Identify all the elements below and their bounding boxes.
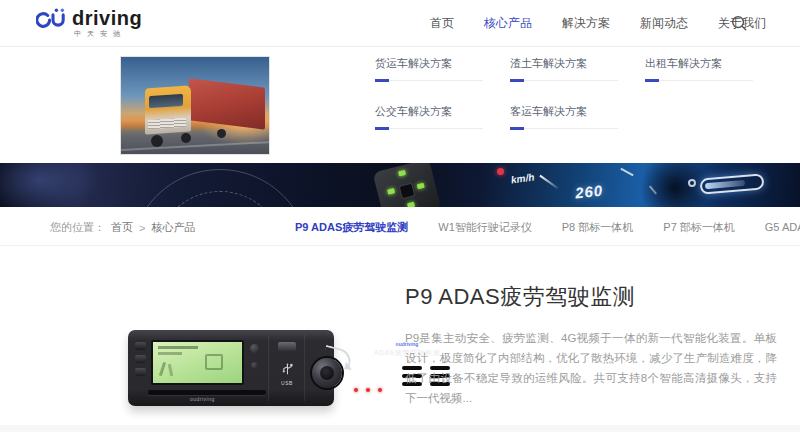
- link-underline: [510, 128, 618, 129]
- device-divider: [304, 335, 305, 401]
- tab-p7-terminal[interactable]: P7 部标一体机: [663, 220, 735, 235]
- truck-windshield: [149, 94, 183, 108]
- device-divider: [268, 335, 269, 401]
- device-lcd-screen: [151, 340, 244, 385]
- page: driving 中天安驰 首页 核心产品 解决方案 新闻动态 关于我们: [0, 0, 800, 432]
- device-leds: [354, 388, 382, 392]
- product-image-device: oudriving USB oudriving ADAS疲劳驾驶检测: [128, 330, 334, 406]
- link-label: 货运车解决方案: [375, 56, 510, 71]
- link-freight-solution[interactable]: 货运车解决方案: [375, 56, 510, 104]
- product-section: oudriving USB oudriving ADAS疲劳驾驶检测 P9 AD…: [0, 246, 800, 425]
- logo-word: driving: [72, 7, 142, 29]
- product-tabs: P9 ADAS疲劳驾驶监测 W1智能行驶记录仪 P8 部标一体机 P7 部标一体…: [295, 220, 800, 235]
- device-port: [278, 342, 296, 351]
- breadcrumb-prefix: 您的位置：: [50, 220, 105, 235]
- dashboard-red-light: [497, 168, 504, 175]
- truck-wheel: [151, 135, 163, 147]
- truck-wheel: [217, 129, 226, 138]
- product-title: P9 ADAS疲劳驾驶监测: [405, 282, 777, 312]
- solution-links: 货运车解决方案 渣土车解决方案 出租车解决方案 公交车解决方案 客运车解决方案: [375, 56, 780, 152]
- gauge-tick: [620, 168, 633, 176]
- link-underline: [375, 128, 483, 129]
- tab-g5-adas[interactable]: G5 ADAS疲劳驾驶监测: [765, 220, 800, 235]
- main-nav: 首页 核心产品 解决方案 新闻动态 关于我们: [430, 0, 766, 47]
- search-icon[interactable]: [730, 14, 748, 32]
- device-brand-small: oudriving: [190, 396, 215, 402]
- kmh-unit: km/h: [510, 171, 535, 185]
- tab-p8-terminal[interactable]: P8 部标一体机: [562, 220, 634, 235]
- logo-subtitle: 中天安驰: [74, 29, 142, 39]
- link-label: 客运车解决方案: [510, 104, 645, 119]
- tab-w1-recorder[interactable]: W1智能行驶记录仪: [438, 220, 532, 235]
- breadcrumb-home[interactable]: 首页: [111, 220, 133, 235]
- link-passenger-solution[interactable]: 客运车解决方案: [510, 104, 645, 152]
- logo-icon: [36, 7, 70, 33]
- link-underline: [510, 80, 618, 81]
- logo[interactable]: driving 中天安驰: [36, 7, 142, 39]
- next-section-edge: [0, 425, 800, 432]
- logo-text: driving 中天安驰: [72, 7, 142, 39]
- breadcrumb: 您的位置： 首页 > 核心产品: [50, 220, 195, 235]
- usb-icon: USB: [279, 362, 295, 384]
- header: driving 中天安驰 首页 核心产品 解决方案 新闻动态 关于我们: [0, 0, 800, 47]
- breadcrumb-current[interactable]: 核心产品: [151, 220, 195, 235]
- mega-menu: 货运车解决方案 渣土车解决方案 出租车解决方案 公交车解决方案 客运车解决方案: [0, 48, 800, 163]
- device-card-slot: [148, 390, 266, 395]
- device-round-button: [251, 362, 258, 369]
- usb-label: USB: [279, 380, 295, 386]
- hero-bokeh: [0, 163, 100, 207]
- device-buttons: [135, 342, 146, 376]
- link-label: 出租车解决方案: [645, 56, 780, 71]
- link-underline: [375, 80, 483, 81]
- tab-p9-adas[interactable]: P9 ADAS疲劳驾驶监测: [295, 220, 408, 235]
- device-round-button: [250, 344, 259, 353]
- product-info: P9 ADAS疲劳驾驶监测 P9是集主动安全、疲劳监测、4G视频于一体的新一代智…: [405, 282, 777, 432]
- product-description: P9是集主动安全、疲劳监测、4G视频于一体的新一代智能化装置。单板设计，极度简化…: [405, 328, 777, 408]
- breadcrumb-separator: >: [139, 222, 145, 234]
- device-knob: [312, 358, 342, 388]
- link-label: 渣土车解决方案: [510, 56, 645, 71]
- steering-control-pad: [373, 163, 442, 207]
- link-underline: [645, 80, 753, 81]
- link-label: 公交车解决方案: [375, 104, 510, 119]
- tab-bar: 您的位置： 首页 > 核心产品 P9 ADAS疲劳驾驶监测 W1智能行驶记录仪 …: [0, 207, 800, 246]
- hero-banner: km/h 260: [0, 163, 800, 207]
- truck-photo: [120, 56, 270, 155]
- nav-item-solutions[interactable]: 解决方案: [562, 15, 610, 32]
- speed-value: 260: [574, 182, 604, 202]
- nav-item-core-products[interactable]: 核心产品: [484, 15, 532, 32]
- link-bus-solution[interactable]: 公交车解决方案: [375, 104, 510, 152]
- link-taxi-solution[interactable]: 出租车解决方案: [645, 56, 780, 104]
- link-dump-truck-solution[interactable]: 渣土车解决方案: [510, 56, 645, 104]
- truck-wheel: [181, 133, 191, 143]
- nav-item-home[interactable]: 首页: [430, 15, 454, 32]
- nav-item-news[interactable]: 新闻动态: [640, 15, 688, 32]
- gauge-needle: [539, 175, 558, 189]
